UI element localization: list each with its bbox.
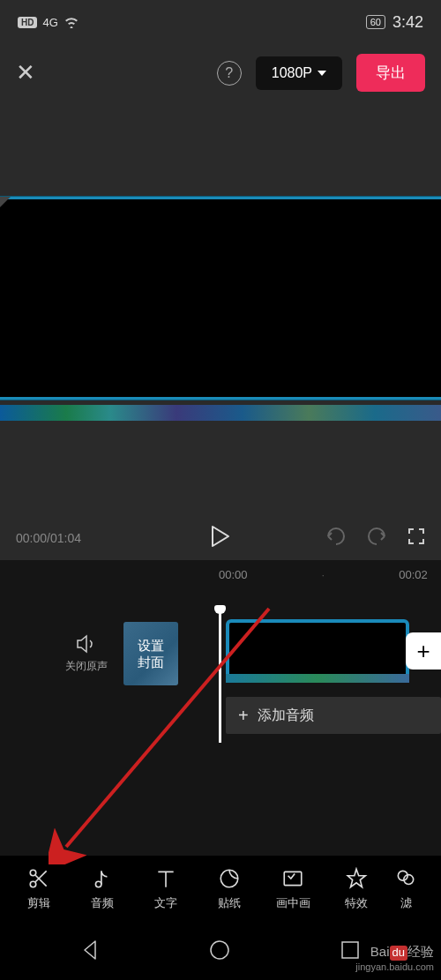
ruler-mark: 00:02: [399, 568, 428, 581]
svg-rect-9: [342, 942, 358, 958]
pip-icon: [281, 867, 304, 890]
plus-icon: +: [238, 706, 249, 726]
status-bar: HD 4G 60 3:42: [0, 0, 441, 44]
mute-label: 关闭原声: [65, 659, 108, 674]
nav-back-button[interactable]: [81, 939, 99, 964]
network-label: 4G: [42, 16, 57, 29]
svg-point-1: [30, 870, 36, 876]
undo-button[interactable]: [325, 527, 348, 550]
filter-icon: [394, 867, 417, 890]
music-note-icon: [91, 867, 114, 890]
tool-pip[interactable]: 画中画: [261, 867, 325, 911]
speaker-icon[interactable]: [76, 634, 97, 654]
playback-controls: 00:00/01:04: [0, 527, 441, 550]
nav-home-button[interactable]: [209, 939, 230, 964]
ruler-mark: 00:00: [219, 568, 248, 581]
wifi-icon: [64, 16, 79, 28]
ruler-dot: ·: [322, 568, 325, 581]
svg-rect-5: [284, 872, 302, 885]
top-toolbar: ✕ ? 1080P 导出: [0, 44, 441, 101]
resolution-label: 1080P: [272, 65, 312, 81]
resize-handle-icon[interactable]: [0, 197, 11, 207]
set-cover-button[interactable]: 设置 封面: [123, 622, 178, 685]
playhead[interactable]: [219, 610, 221, 743]
help-button[interactable]: ?: [217, 61, 242, 86]
status-left: HD 4G: [18, 16, 79, 29]
add-audio-track[interactable]: + 添加音频: [226, 697, 441, 734]
tool-effect[interactable]: 特效: [325, 867, 388, 911]
tool-sticker[interactable]: 贴纸: [198, 867, 261, 911]
video-clip[interactable]: [226, 619, 409, 683]
export-button[interactable]: 导出: [356, 54, 425, 92]
nav-recent-button[interactable]: [340, 940, 360, 963]
system-nav-bar: Baidu经验 jingyan.baidu.com: [0, 923, 441, 980]
add-audio-label: 添加音频: [258, 707, 314, 725]
tool-audio[interactable]: 音频: [71, 867, 134, 911]
tool-edit[interactable]: 剪辑: [7, 867, 71, 911]
bottom-toolbar: 剪辑 音频 文字 贴纸 画中画 特效 滤: [0, 856, 441, 923]
timecode: 00:00/01:04: [16, 531, 81, 545]
clock-time: 3:42: [392, 13, 423, 32]
play-button[interactable]: [211, 525, 230, 551]
sticker-icon: [218, 867, 241, 890]
star-icon: [345, 867, 368, 890]
video-preview[interactable]: [0, 197, 441, 400]
time-ruler[interactable]: 00:00 · 00:02: [0, 560, 441, 588]
timeline-area: 00:00 · 00:02 关闭原声 设置 封面 + + 添加音频: [0, 560, 441, 856]
add-clip-button[interactable]: +: [406, 632, 441, 670]
text-icon: [154, 867, 177, 890]
fullscreen-button[interactable]: [407, 527, 425, 549]
tracks: 关闭原声 设置 封面 + + 添加音频: [0, 619, 441, 688]
chevron-down-icon: [318, 71, 326, 76]
tool-filter[interactable]: 滤: [388, 867, 423, 911]
svg-point-3: [95, 881, 101, 887]
status-right: 60 3:42: [366, 13, 423, 32]
svg-point-8: [211, 941, 228, 959]
preview-area: 00:00/01:04: [0, 101, 441, 560]
resolution-dropdown[interactable]: 1080P: [256, 56, 342, 90]
preview-edge: [0, 405, 441, 421]
svg-point-2: [30, 881, 36, 887]
redo-button[interactable]: [365, 527, 388, 550]
hd-badge-icon: HD: [18, 17, 37, 28]
close-button[interactable]: ✕: [16, 59, 35, 86]
tool-text[interactable]: 文字: [134, 867, 198, 911]
battery-icon: 60: [366, 15, 385, 29]
scissors-icon: [27, 867, 50, 890]
watermark: Baidu经验 jingyan.baidu.com: [355, 943, 434, 973]
